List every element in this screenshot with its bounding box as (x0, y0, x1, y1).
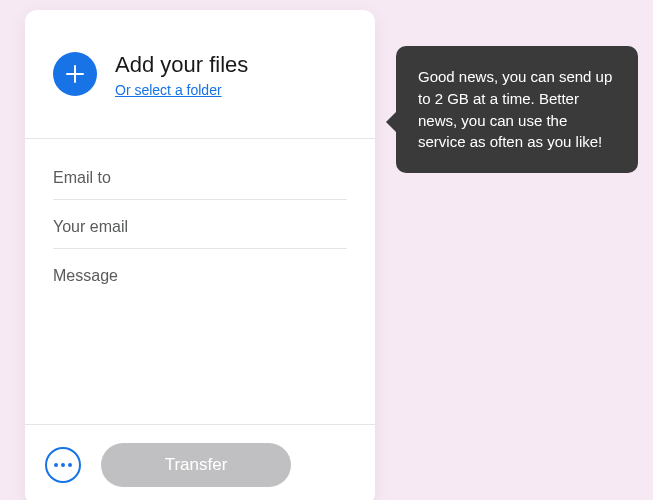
add-files-button[interactable] (53, 52, 97, 96)
message-field[interactable] (53, 249, 347, 327)
upload-text: Add your files Or select a folder (115, 52, 248, 98)
info-tooltip: Good news, you can send up to 2 GB at a … (396, 46, 638, 173)
options-button[interactable] (45, 447, 81, 483)
fields-section (25, 139, 375, 331)
email-to-field[interactable] (53, 151, 347, 200)
ellipsis-icon (54, 463, 72, 467)
upload-title: Add your files (115, 52, 248, 78)
your-email-field[interactable] (53, 200, 347, 249)
upload-section: Add your files Or select a folder (25, 10, 375, 138)
transfer-card: Add your files Or select a folder Transf… (25, 10, 375, 500)
plus-icon (66, 65, 84, 83)
transfer-button[interactable]: Transfer (101, 443, 291, 487)
select-folder-link[interactable]: Or select a folder (115, 82, 248, 98)
tooltip-text: Good news, you can send up to 2 GB at a … (418, 68, 612, 150)
card-footer: Transfer (25, 424, 375, 500)
